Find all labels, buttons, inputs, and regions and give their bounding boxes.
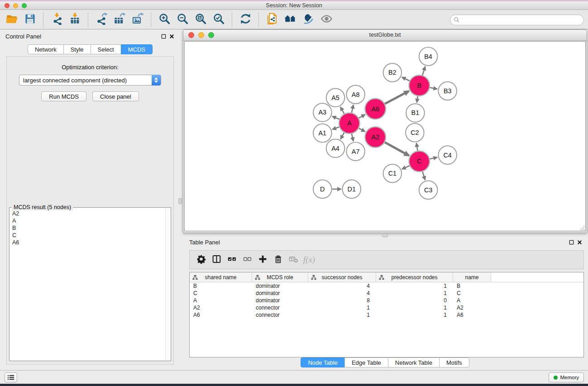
node-B2[interactable]: B2 bbox=[383, 63, 402, 82]
criterion-select[interactable]: largest connected component (directed) bbox=[19, 75, 161, 86]
mcds-result-item[interactable]: C bbox=[10, 232, 165, 239]
edge-A-A3[interactable] bbox=[332, 116, 339, 119]
node-C4[interactable]: C4 bbox=[438, 146, 457, 164]
table-row[interactable]: Adominator80A bbox=[190, 297, 583, 304]
plus-button[interactable] bbox=[255, 253, 270, 267]
table-tab-node-table[interactable]: Node Table bbox=[301, 357, 345, 367]
tab-mcds[interactable]: MCDS bbox=[121, 44, 153, 54]
tab-select[interactable]: Select bbox=[91, 44, 121, 54]
edge-C-C4[interactable] bbox=[430, 157, 437, 159]
folder-open-button[interactable] bbox=[3, 12, 21, 28]
network-graph[interactable]: B4B2BB3A8A5A6B1A3AC2A1A2A4A7C4CC1C3DD1 bbox=[185, 42, 585, 231]
node-A[interactable]: A bbox=[339, 113, 360, 133]
node-A2[interactable]: A2 bbox=[365, 127, 386, 148]
edge-A-A2[interactable] bbox=[359, 128, 365, 131]
table-row[interactable]: A6connector11A6 bbox=[190, 311, 583, 319]
node-A7[interactable]: A7 bbox=[346, 142, 365, 161]
app-titlebar[interactable]: Session: New Session bbox=[0, 1, 588, 10]
edge-B-B1[interactable] bbox=[417, 96, 418, 103]
table-tab-network-table[interactable]: Network Table bbox=[388, 357, 440, 367]
node-C1[interactable]: C1 bbox=[383, 164, 402, 183]
table-tab-motifs[interactable]: Motifs bbox=[439, 357, 469, 367]
resize-grip-icon[interactable] bbox=[579, 224, 585, 230]
column-header-mcds-role[interactable]: MCDS role bbox=[252, 272, 308, 282]
node-A6[interactable]: A6 bbox=[365, 99, 386, 119]
node-A4[interactable]: A4 bbox=[326, 139, 345, 157]
table-down-arrow-button[interactable] bbox=[66, 12, 84, 28]
eye-button[interactable] bbox=[317, 12, 335, 28]
table-tab-edge-table[interactable]: Edge Table bbox=[344, 357, 388, 367]
edge-B-B3[interactable] bbox=[430, 88, 437, 89]
split-columns-button[interactable] bbox=[209, 253, 224, 267]
mcds-result-item[interactable]: A2 bbox=[10, 210, 165, 217]
close-panel-button[interactable]: Close panel bbox=[92, 91, 139, 101]
network-down-arrow-button[interactable] bbox=[48, 12, 66, 28]
close-panel-icon[interactable] bbox=[167, 33, 176, 40]
run-mcds-button[interactable]: Run MCDS bbox=[41, 91, 86, 101]
houses-button[interactable] bbox=[281, 12, 299, 28]
edge-A2-C[interactable] bbox=[385, 142, 409, 156]
tab-style[interactable]: Style bbox=[63, 44, 91, 54]
edge-A-A7[interactable] bbox=[352, 133, 354, 141]
edge-A-A1[interactable] bbox=[332, 127, 339, 129]
zoom-in-button[interactable] bbox=[155, 12, 173, 28]
image-export-arrow-button[interactable] bbox=[129, 12, 147, 28]
mcds-result-item[interactable]: B bbox=[10, 224, 165, 232]
gear-button[interactable] bbox=[193, 253, 209, 267]
node-B4[interactable]: B4 bbox=[419, 47, 438, 66]
edge-C-C2[interactable] bbox=[416, 143, 418, 151]
node-D[interactable]: D bbox=[313, 180, 332, 199]
node-D1[interactable]: D1 bbox=[342, 180, 361, 199]
edge-A-A5[interactable] bbox=[340, 107, 344, 114]
mcds-result-item[interactable]: A6 bbox=[10, 239, 165, 246]
float-table-panel-icon[interactable] bbox=[567, 238, 575, 246]
node-B3[interactable]: B3 bbox=[438, 82, 457, 100]
column-header-shared-name[interactable]: shared name bbox=[190, 272, 252, 282]
edge-C-C1[interactable] bbox=[402, 166, 410, 169]
edge-A-A4[interactable] bbox=[340, 133, 344, 139]
node-C[interactable]: C bbox=[409, 151, 430, 172]
zoom-check-button[interactable] bbox=[210, 12, 228, 28]
network-window-titlebar[interactable]: testGlobe.txt bbox=[183, 30, 587, 41]
trash-button[interactable] bbox=[270, 253, 286, 267]
node-A8[interactable]: A8 bbox=[346, 86, 365, 104]
float-panel-icon[interactable] bbox=[159, 33, 167, 40]
table-row[interactable]: A2connector11A2 bbox=[190, 304, 583, 311]
column-header-successor-nodes[interactable]: successor nodes bbox=[308, 272, 376, 282]
node-B1[interactable]: B1 bbox=[406, 104, 425, 122]
edge-B-B2[interactable] bbox=[402, 77, 410, 81]
node-A5[interactable]: A5 bbox=[326, 89, 345, 107]
document-share-button[interactable] bbox=[263, 12, 281, 28]
edge-A-A6[interactable] bbox=[359, 114, 365, 118]
network-export-arrow-button[interactable] bbox=[92, 12, 110, 28]
table-row[interactable]: Cdominator41C bbox=[190, 290, 583, 297]
node-C2[interactable]: C2 bbox=[406, 124, 424, 142]
edge-C-C3[interactable] bbox=[422, 172, 425, 180]
memory-button[interactable]: Memory bbox=[549, 372, 584, 382]
edge-B-B4[interactable] bbox=[422, 67, 425, 75]
table-row[interactable]: Bdominator41B bbox=[190, 282, 583, 290]
unchecked-boxes-button[interactable] bbox=[239, 253, 255, 267]
checked-boxes-button[interactable] bbox=[224, 253, 239, 267]
column-header-predecessor-nodes[interactable]: predecessor nodes bbox=[376, 272, 453, 282]
search-input[interactable] bbox=[460, 16, 583, 24]
mcds-result-item[interactable]: A bbox=[10, 217, 165, 224]
node-B[interactable]: B bbox=[409, 75, 430, 96]
show-panels-button[interactable] bbox=[5, 372, 17, 382]
edge-A6-B[interactable] bbox=[385, 91, 409, 104]
table-export-arrow-button[interactable] bbox=[110, 12, 129, 28]
close-table-panel-icon[interactable] bbox=[575, 238, 583, 246]
node-C3[interactable]: C3 bbox=[419, 181, 438, 200]
column-header-name[interactable]: name bbox=[453, 272, 491, 282]
edge-A-A8[interactable] bbox=[352, 105, 354, 113]
node-A3[interactable]: A3 bbox=[313, 103, 332, 122]
floppy-disk-button[interactable] bbox=[21, 12, 39, 28]
zoom-out-button[interactable] bbox=[173, 12, 191, 28]
network-canvas[interactable]: B4B2BB3A8A5A6B1A3AC2A1A2A4A7C4CC1C3DD1 bbox=[184, 41, 586, 231]
node-A1[interactable]: A1 bbox=[313, 124, 332, 143]
result-scrollbar[interactable] bbox=[165, 208, 170, 360]
zoom-fit-button[interactable] bbox=[191, 12, 210, 28]
refresh-button[interactable] bbox=[236, 12, 254, 28]
vertical-splitter-handle[interactable] bbox=[178, 198, 182, 204]
pen-button[interactable] bbox=[299, 12, 317, 28]
